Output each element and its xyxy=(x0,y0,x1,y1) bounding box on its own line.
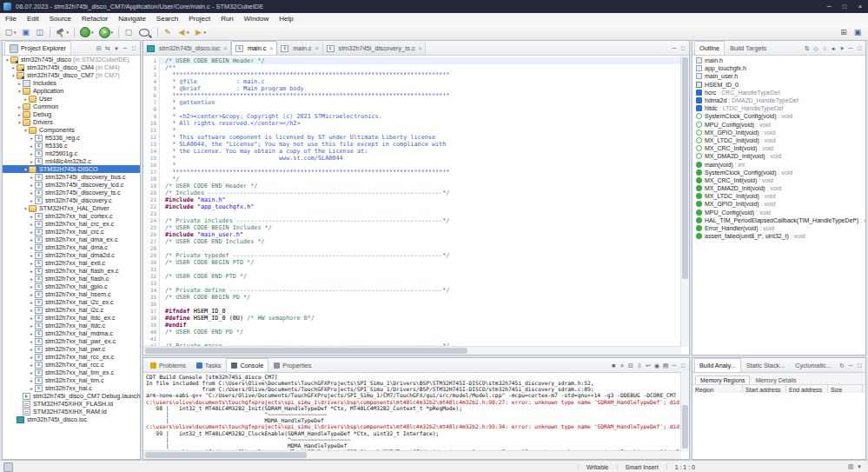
last-edit-location-button[interactable]: ✎ xyxy=(162,26,174,39)
close-window-button[interactable]: × xyxy=(852,0,868,13)
expand-arrow-icon[interactable]: ▾ xyxy=(10,73,17,78)
progress-icon[interactable]: ▥ xyxy=(846,461,855,472)
outline-item[interactable]: HSEM_ID_0 xyxy=(692,81,865,89)
tree-item[interactable]: ▸stm32h7xx_hal_gpio.c xyxy=(3,283,140,290)
outline-item[interactable]: MX_DMA2D_Init(void) : void xyxy=(692,184,865,192)
view-menu-icon[interactable]: ▾ xyxy=(838,43,846,55)
pin-console-icon[interactable]: ◉ xyxy=(653,360,661,372)
scroll-lock-icon[interactable]: ⇩ xyxy=(635,360,644,372)
tree-item[interactable]: ▸stm32h7xx_hal_cortex.c xyxy=(3,212,140,220)
expand-arrow-icon[interactable]: ▸ xyxy=(29,229,35,235)
menu-window[interactable]: Window xyxy=(239,13,274,24)
outline-item[interactable]: main_user.h xyxy=(692,72,865,80)
expand-arrow-icon[interactable]: ▸ xyxy=(29,316,35,321)
maximize-icon[interactable]: □ xyxy=(679,360,687,372)
maximize-icon[interactable]: □ xyxy=(129,43,138,55)
tree-item[interactable]: STM32H745XIHX_RAM.ld xyxy=(3,408,140,415)
open-perspective-button[interactable]: ⊞ xyxy=(838,26,850,39)
minimize-icon[interactable]: ─ xyxy=(121,43,129,55)
refresh-icon[interactable]: ↻ xyxy=(838,360,846,372)
tree-item[interactable]: ▸stm32h7xx_hal_dma2d.c xyxy=(3,251,140,259)
debug-button[interactable]: ▾ xyxy=(78,26,96,39)
menu-help[interactable]: Help xyxy=(274,13,298,24)
expand-arrow-icon[interactable]: ▸ xyxy=(29,370,35,376)
outline-item[interactable]: MX_DMA2D_Init(void) : void xyxy=(692,152,865,160)
console-horizontal-scrollbar[interactable] xyxy=(143,450,681,459)
tree-item[interactable]: ▸stm32h7xx_hal_dma_ex.c xyxy=(3,236,140,243)
subtab-memory-details[interactable]: Memory Details xyxy=(750,376,801,384)
cpp-perspective-button[interactable]: ▣ xyxy=(851,26,864,39)
outline-item[interactable]: main(void) : int xyxy=(692,160,865,168)
code-editor[interactable]: 1/* USER CODE BEGIN Header */2/**3 *****… xyxy=(143,56,681,347)
outline-item[interactable]: MX_CRC_Init(void) : void xyxy=(692,144,865,152)
link-with-editor-icon[interactable]: ⇆ xyxy=(103,43,112,55)
tree-item[interactable]: ▸mt25tl01g.c xyxy=(3,150,140,157)
outline-item[interactable]: main.h xyxy=(692,57,865,64)
run-button[interactable]: ▾ xyxy=(97,26,116,39)
terminate-icon[interactable]: ■ xyxy=(609,360,618,372)
new-c-file-button[interactable]: ▢ xyxy=(123,26,135,39)
tree-item[interactable]: ▸stm32h7xx_hal_crc_ex.c xyxy=(3,220,140,228)
tree-item[interactable]: ▸stm32h7xx_hal_tim.c xyxy=(3,376,140,384)
subtab-memory-regions[interactable]: Memory Regions xyxy=(695,376,750,384)
hide-static-icon[interactable]: ○ xyxy=(820,43,829,55)
tree-item[interactable]: ▸ft5336_reg.c xyxy=(3,134,140,142)
open-console-icon[interactable]: ▤ xyxy=(661,360,670,372)
tree-item[interactable]: STM32H745XIHX_FLASH.ld xyxy=(3,400,140,408)
outline-item[interactable]: assert_failed(uint8_t*, uint32_t) : void xyxy=(692,232,865,240)
tree-item[interactable]: ▸stm32h7xx_hal_rcc_ex.c xyxy=(3,353,140,361)
tab-build-analy-[interactable]: Build Analy... xyxy=(694,358,741,372)
hide-non-public-icon[interactable]: ● xyxy=(829,43,838,55)
minimize-icon[interactable]: ─ xyxy=(846,43,855,55)
hide-fields-icon[interactable]: ◇ xyxy=(812,43,820,55)
expand-arrow-icon[interactable]: ▾ xyxy=(23,167,29,172)
expand-arrow-icon[interactable]: ▸ xyxy=(29,175,35,180)
expand-arrow-icon[interactable]: ▸ xyxy=(29,183,35,188)
expand-arrow-icon[interactable]: ▸ xyxy=(29,253,35,258)
expand-arrow-icon[interactable]: ▸ xyxy=(17,81,23,86)
maximize-icon[interactable]: □ xyxy=(855,43,864,55)
tree-item[interactable]: ▸stm32h7xx_hal_pwr.c xyxy=(3,345,140,353)
menu-project[interactable]: Project xyxy=(183,13,215,24)
expand-arrow-icon[interactable]: ▸ xyxy=(29,378,35,383)
notifications-icon[interactable]: ▾ xyxy=(855,461,864,472)
minimize-icon[interactable]: ─ xyxy=(670,43,679,55)
tree-item[interactable]: ▸stm32h7xx_hal_crc.c xyxy=(3,228,140,236)
expand-arrow-icon[interactable]: ▸ xyxy=(17,104,23,110)
expand-arrow-icon[interactable]: ▸ xyxy=(29,292,35,297)
tree-item[interactable]: ▸stm32h7xx_hal.c xyxy=(3,384,140,392)
outline-item[interactable]: MPU_Config(void) : void xyxy=(692,121,865,129)
back-button[interactable]: ◀▾ xyxy=(176,26,191,39)
expand-arrow-icon[interactable]: ▸ xyxy=(29,308,35,313)
outline-item[interactable]: MX_GPIO_Init(void) : void xyxy=(692,129,865,136)
tree-item[interactable]: ▸Includes xyxy=(3,79,140,87)
collapse-all-icon[interactable]: ⊟ xyxy=(95,43,103,55)
menu-edit[interactable]: Edit xyxy=(22,13,44,24)
outline-item[interactable]: hcrc : CRC_HandleTypeDef xyxy=(692,89,865,96)
expand-arrow-icon[interactable]: ▸ xyxy=(17,112,23,117)
tree-item[interactable]: ▸stm32h7xx_hal_hsem.c xyxy=(3,290,140,298)
expand-arrow-icon[interactable]: ▸ xyxy=(29,323,35,329)
console-output[interactable]: In file included from C:\Users\Olive\Doc… xyxy=(143,380,681,451)
maximize-icon[interactable]: □ xyxy=(679,43,687,55)
expand-arrow-icon[interactable]: ▾ xyxy=(23,206,29,211)
editor-vertical-scrollbar[interactable] xyxy=(680,56,689,347)
build-button[interactable]: ▾ xyxy=(54,26,71,39)
tree-item[interactable]: ▸stm32h7xx_hal_rcc.c xyxy=(3,361,140,369)
tree-item[interactable]: ▸stm32h7xx_hal_dma.c xyxy=(3,243,140,251)
expand-arrow-icon[interactable]: ▸ xyxy=(29,261,35,266)
tree-item[interactable]: ▾stm32h745i_disco_CM7 (in CM7) xyxy=(3,71,140,79)
tree-item[interactable]: ▸stm32h745i_disco_CM4 (in CM4) xyxy=(3,63,140,71)
tree-item[interactable]: ▾Application xyxy=(3,87,140,95)
minimize-icon[interactable]: ─ xyxy=(670,360,679,372)
expand-arrow-icon[interactable]: ▸ xyxy=(29,339,35,344)
forward-button[interactable]: ▶▾ xyxy=(193,26,209,39)
editor-tab[interactable]: main.c× xyxy=(277,42,322,55)
close-tab-icon[interactable]: × xyxy=(419,45,422,51)
outline-item[interactable]: HAL_TIM_PeriodElapsedCallback(TIM_Handle… xyxy=(692,216,865,224)
outline-item[interactable]: MX_GPIO_Init(void) : void xyxy=(692,200,865,208)
expand-arrow-icon[interactable]: ▸ xyxy=(29,198,35,203)
tree-item[interactable]: stm32h745i_disco.ioc xyxy=(3,415,140,423)
editor-horizontal-scrollbar[interactable] xyxy=(143,346,681,355)
tab-properties[interactable]: Properties xyxy=(268,358,316,372)
